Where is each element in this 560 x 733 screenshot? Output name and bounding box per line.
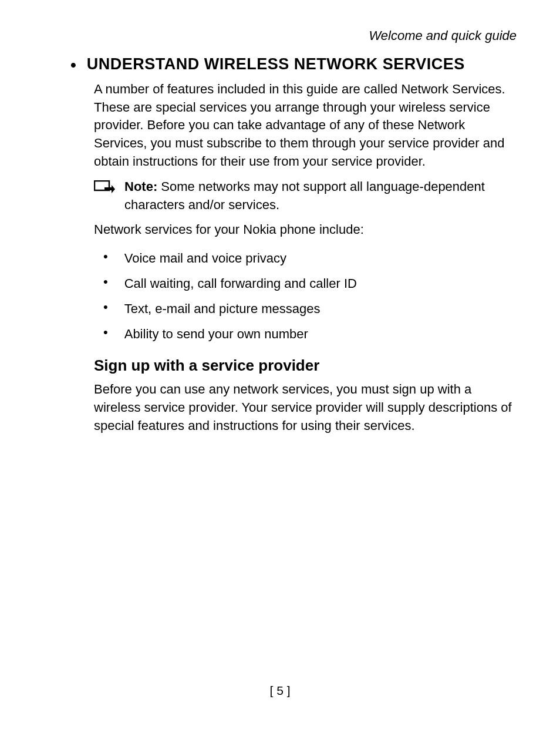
- list-item: • Ability to send your own number: [94, 324, 519, 344]
- list-item-text: Ability to send your own number: [124, 324, 308, 344]
- running-header: Welcome and quick guide: [41, 28, 519, 43]
- list-item-text: Voice mail and voice privacy: [124, 248, 286, 268]
- services-list: • Voice mail and voice privacy • Call wa…: [94, 248, 519, 344]
- list-item: • Voice mail and voice privacy: [94, 248, 519, 268]
- note-arrow-icon: [94, 180, 115, 199]
- note-text: Note: Some networks may not support all …: [124, 178, 519, 214]
- intro-paragraph: A number of features included in this gu…: [94, 80, 519, 171]
- bullet-icon: •: [103, 299, 108, 316]
- list-item-text: Call waiting, call forwarding and caller…: [124, 274, 357, 293]
- note-body: Some networks may not support all langua…: [124, 179, 485, 212]
- bullet-icon: •: [103, 248, 108, 265]
- bullet-icon: •: [103, 324, 108, 341]
- section-bullet-icon: •: [70, 56, 76, 75]
- section-heading: UNDERSTAND WIRELESS NETWORK SERVICES: [87, 55, 465, 73]
- list-item: • Text, e-mail and picture messages: [94, 299, 519, 318]
- bullet-icon: •: [103, 274, 108, 291]
- list-item: • Call waiting, call forwarding and call…: [94, 274, 519, 293]
- note-label: Note:: [124, 179, 157, 194]
- list-intro: Network services for your Nokia phone in…: [94, 221, 519, 239]
- subsection-heading: Sign up with a service provider: [94, 357, 519, 375]
- page-number: [ 5 ]: [0, 684, 560, 698]
- note-block: Note: Some networks may not support all …: [94, 178, 519, 214]
- subsection-body: Before you can use any network services,…: [94, 381, 519, 435]
- list-item-text: Text, e-mail and picture messages: [124, 299, 321, 318]
